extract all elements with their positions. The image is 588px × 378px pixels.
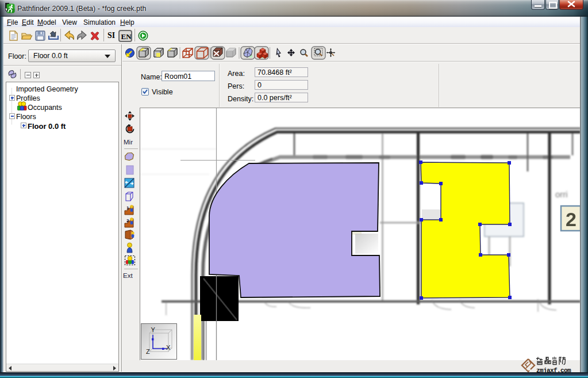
svg-text:1: 1 xyxy=(126,205,129,211)
svg-text:X: X xyxy=(166,344,171,351)
svg-text:Ext: Ext xyxy=(123,272,133,279)
svg-text:orri: orri xyxy=(555,189,568,199)
svg-text:Z: Z xyxy=(146,348,150,355)
svg-text:Y: Y xyxy=(151,326,156,333)
svg-text:2: 2 xyxy=(566,208,577,230)
svg-text:2: 2 xyxy=(126,218,129,223)
svg-text:Mir: Mir xyxy=(124,139,133,146)
